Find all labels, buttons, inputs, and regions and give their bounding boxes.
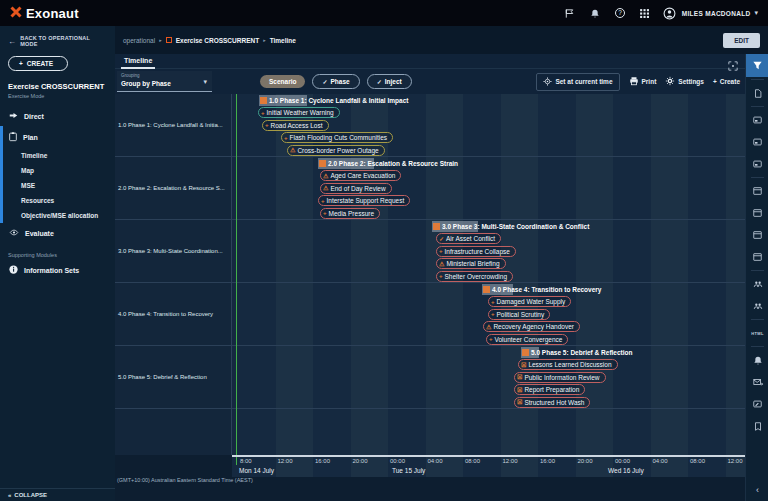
inject-item[interactable]: ⚠Ministerial Briefing xyxy=(436,258,506,269)
file-icon[interactable] xyxy=(746,82,768,104)
sidebar-item-timeline[interactable]: Timeline xyxy=(0,148,115,163)
time-tick-label: 00:00 xyxy=(390,458,405,464)
inject-item[interactable]: ☒Lessons Learned Discussion xyxy=(518,359,618,370)
inject-item[interactable]: ☒Public Information Review xyxy=(514,372,606,383)
inject-item[interactable]: +Volunteer Convergence xyxy=(486,334,568,345)
archive-icon[interactable] xyxy=(746,224,768,246)
plus-icon: + xyxy=(261,110,265,116)
direct-label: Direct xyxy=(24,113,44,120)
scenario-filter-chip[interactable]: Scenario xyxy=(260,75,305,88)
sidebar-item-map[interactable]: Map xyxy=(0,163,115,178)
breadcrumb-operational[interactable]: operational xyxy=(123,37,155,44)
inject-item[interactable]: ⚠Cross-border Power Outage xyxy=(287,145,385,156)
create-button[interactable]: + Create xyxy=(713,78,740,85)
sidebar-item-direct[interactable]: Direct xyxy=(0,106,115,126)
app-window: Exonaut ? MILES MACDONALD ▾ ← BACK TO OP… xyxy=(0,0,768,501)
inject-item[interactable]: +Political Scrutiny xyxy=(488,309,550,320)
inject-item[interactable]: ⚠Aged Care Evacuation xyxy=(320,170,401,181)
warning-icon: ⚠ xyxy=(290,147,295,153)
direct-arrow-icon xyxy=(8,111,19,121)
inject-item[interactable]: +Shelter Overcrowding xyxy=(436,271,513,282)
chevron-left-icon[interactable]: ‹ xyxy=(746,486,768,495)
print-button[interactable]: Print xyxy=(629,76,657,87)
plus-icon: + xyxy=(713,78,717,85)
notifications-icon[interactable] xyxy=(746,349,768,371)
card-icon[interactable] xyxy=(746,153,768,175)
archive-icon[interactable] xyxy=(746,246,768,268)
exonaut-logo[interactable]: Exonaut xyxy=(10,4,79,22)
phase-row-label: 4.0 Phase 4: Transition to Recovery xyxy=(115,283,231,346)
phase-bar-item[interactable]: 4.0 Phase 4: Transition to Recovery xyxy=(482,284,601,295)
topbar-icon-group: ? xyxy=(553,5,653,21)
plus-icon: + xyxy=(321,198,325,204)
sidebar-item-plan[interactable]: Plan xyxy=(0,126,115,148)
inject-item[interactable]: +Interstate Support Request xyxy=(318,195,410,206)
user-menu[interactable]: MILES MACDONALD ▾ xyxy=(662,5,758,21)
set-at-current-time-button[interactable]: Set at current time xyxy=(536,73,619,91)
phase-bar-item[interactable]: 2.0 Phase 2: Escalation & Resource Strai… xyxy=(318,158,458,169)
apps-icon[interactable] xyxy=(637,5,653,21)
help-icon[interactable]: ? xyxy=(612,5,628,21)
inject-item[interactable]: +Flash Flooding Cuts Communities xyxy=(281,132,393,143)
users-icon[interactable] xyxy=(746,273,768,295)
sidebar-collapse-button[interactable]: « COLLAPSE xyxy=(0,488,115,501)
back-to-operational-mode-link[interactable]: ← BACK TO OPERATIONAL MODE xyxy=(0,26,115,47)
clipboard-icon xyxy=(8,131,18,143)
inject-item[interactable]: +Damaged Water Supply xyxy=(488,296,571,307)
svg-text:?: ? xyxy=(618,9,622,16)
archive-icon[interactable] xyxy=(746,202,768,224)
users-icon[interactable] xyxy=(746,295,768,317)
phase-title: 1.0 Phase 1: Cyclone Landfall & Initial … xyxy=(269,95,408,106)
inject-item[interactable]: ⚠End of Day Review xyxy=(320,183,392,194)
phase-bar-item[interactable]: 3.0 Phase 3: Multi-State Coordination & … xyxy=(432,221,589,232)
tab-timeline[interactable]: Timeline xyxy=(121,57,155,69)
flag-icon[interactable] xyxy=(562,5,578,21)
inject-item[interactable]: ☒Structured Hot Wash xyxy=(514,397,590,408)
inject-item[interactable]: ✓Air Asset Conflict xyxy=(436,233,501,244)
grouping-select[interactable]: Grouping Group by Phase ▾ xyxy=(117,71,212,92)
settings-button[interactable]: Settings xyxy=(665,76,704,87)
box-x-icon: ☒ xyxy=(517,387,522,393)
edit-button[interactable]: EDIT xyxy=(723,33,760,48)
inject-item[interactable]: +Initial Weather Warning xyxy=(258,107,340,118)
inject-item[interactable]: +Media Pressure xyxy=(320,208,380,219)
breadcrumb-exercise[interactable]: Exercise CROSSCURRENT xyxy=(176,37,259,44)
time-tick-label: 04:00 xyxy=(428,458,443,464)
grouping-value: Group by Phase xyxy=(121,80,208,87)
sidebar-create-button[interactable]: + CREATE xyxy=(8,56,68,71)
notifications-icon[interactable] xyxy=(587,5,603,21)
inject-item[interactable]: +Infrastructure Collapse xyxy=(436,246,516,257)
mail-forward-icon[interactable] xyxy=(746,371,768,393)
inject-item[interactable]: ⚠Recovery Agency Handover xyxy=(483,321,580,332)
inject-item[interactable]: +Road Access Lost xyxy=(262,120,329,131)
sidebar-item-information-sets[interactable]: Information Sets xyxy=(0,259,115,281)
html-icon[interactable]: HTML xyxy=(746,322,768,344)
time-tick-label: 04:00 xyxy=(653,458,668,464)
back-label: BACK TO OPERATIONAL MODE xyxy=(20,35,107,47)
inject-label: Aged Care Evacuation xyxy=(330,172,395,179)
top-bar: Exonaut ? MILES MACDONALD ▾ xyxy=(0,0,768,26)
card-icon[interactable] xyxy=(746,109,768,131)
book-icon[interactable] xyxy=(746,415,768,437)
sidebar-item-evaluate[interactable]: Evaluate xyxy=(0,223,115,243)
rail-separator xyxy=(751,270,764,271)
box-x-icon: ☒ xyxy=(517,374,522,380)
card-edit-icon[interactable] xyxy=(746,393,768,415)
phase-row-label: 2.0 Phase 2: Escalation & Resource S... xyxy=(115,157,231,220)
sidebar-item-objective-mse-allocation[interactable]: Objective/MSE allocation xyxy=(0,208,115,223)
archive-icon[interactable] xyxy=(746,180,768,202)
inject-label: Inject xyxy=(385,78,402,85)
inject-item[interactable]: ☒Report Preparation xyxy=(514,384,585,395)
phase-bar-item[interactable]: 5.0 Phase 5: Debrief & Reflection xyxy=(521,347,633,358)
inject-filter-chip[interactable]: ✓ Inject xyxy=(367,74,412,89)
exercise-name: Exercise CROSSCURRENT xyxy=(0,71,115,91)
sidebar-item-mse[interactable]: MSE xyxy=(0,178,115,193)
sidebar-item-resources[interactable]: Resources xyxy=(0,193,115,208)
timeline-plot[interactable]: 1.0 Phase 1: Cyclone Landfall & Initial … xyxy=(232,94,745,477)
card-icon[interactable] xyxy=(746,131,768,153)
phase-bar-item[interactable]: 1.0 Phase 1: Cyclone Landfall & Initial … xyxy=(259,95,408,106)
phase-filter-chip[interactable]: ✓ Phase xyxy=(312,74,359,89)
breadcrumb-timeline[interactable]: Timeline xyxy=(270,37,296,44)
box-x-icon: ☒ xyxy=(521,362,526,368)
filter-icon[interactable] xyxy=(746,54,768,77)
